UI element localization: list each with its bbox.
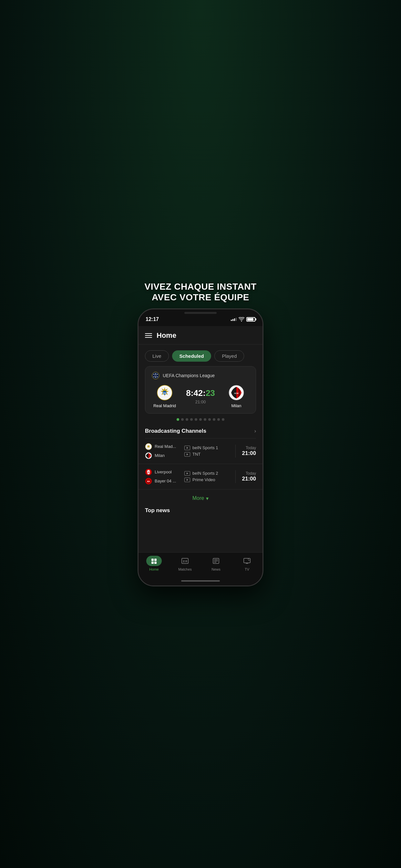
league-logo (152, 372, 159, 379)
play-icon-1 (184, 445, 190, 450)
nav-matches-label: Matches (178, 567, 192, 571)
dot-2 (181, 418, 184, 421)
signal-icon (231, 318, 237, 321)
svg-rect-31 (244, 558, 250, 563)
play-icon-4 (184, 477, 190, 482)
tv-nav-icon (243, 558, 251, 564)
menu-icon[interactable] (145, 333, 152, 338)
dot-11 (222, 418, 224, 421)
tab-scheduled[interactable]: Scheduled (172, 350, 212, 362)
chevron-down-icon: ▾ (206, 495, 209, 501)
svg-point-7 (154, 374, 157, 377)
mini-logo-bayer: B04 (145, 477, 152, 485)
nav-home[interactable]: Home (138, 556, 169, 571)
time-label-2: Today (242, 471, 256, 476)
time-value-2: 21:00 (242, 476, 256, 482)
broadcast-channels-1: beIN Sports 1 TNT (184, 445, 229, 457)
match-teams: RM Real Madrid 8:42:23 21:00 (152, 384, 249, 408)
channel-name-3: beIN Sports 2 (192, 471, 218, 476)
home-team-name: Real Madrid (153, 403, 176, 408)
broadcast-away-2: B04 Bayer 04 ... (145, 477, 181, 485)
match-card[interactable]: UEFA Champions League RM (145, 366, 256, 414)
channel-name-4: Prime Video (192, 477, 215, 482)
app-content: Home Live Scheduled Played (138, 326, 263, 552)
broadcast-time-2: Today 21:00 (242, 471, 256, 482)
broadcast-teams-2: LFC Liverpool B04 Ba (145, 469, 181, 485)
channel-prime: Prime Video (184, 477, 229, 482)
home-bar (181, 580, 220, 582)
svg-rect-21 (151, 559, 154, 561)
away-team-logo: ACM (228, 384, 244, 401)
vertical-divider-1 (235, 445, 236, 458)
home-nav-icon (151, 558, 157, 564)
top-news-section: Top news (138, 507, 263, 521)
bottom-nav: Home 2:0 Matches (138, 552, 263, 578)
time-label-1: Today (242, 445, 256, 450)
broadcast-row-2[interactable]: LFC Liverpool B04 Ba (138, 464, 263, 490)
broadcast-home-name-1: Real Mad... (155, 444, 176, 449)
page-title: Home (157, 331, 176, 340)
nav-matches[interactable]: 2:0 Matches (169, 556, 201, 571)
dot-8 (208, 418, 211, 421)
broadcast-home-1: Real Mad... (145, 443, 181, 450)
dot-9 (213, 418, 215, 421)
svg-text:2:0: 2:0 (183, 560, 187, 563)
broadcasting-title: Broadcasting Channels (145, 428, 206, 434)
chevron-right-icon[interactable]: › (254, 428, 256, 434)
vertical-divider-2 (235, 470, 236, 483)
carousel-dots (138, 414, 263, 427)
phone-frame: 12:17 (137, 308, 264, 586)
tab-played[interactable]: Played (214, 350, 244, 362)
nav-home-label: Home (149, 567, 158, 571)
status-time: 12:17 (146, 316, 159, 322)
dot-1 (177, 418, 179, 421)
mini-logo-milan (145, 452, 152, 459)
nav-news[interactable]: News (201, 556, 232, 571)
broadcast-row-1[interactable]: Real Mad... Milan (138, 438, 263, 464)
dot-5 (195, 418, 197, 421)
dot-6 (199, 418, 202, 421)
match-timer: 8:42:23 21:00 (186, 388, 215, 404)
svg-text:B04: B04 (147, 480, 150, 483)
channel-bein1: beIN Sports 1 (184, 445, 229, 450)
away-team: ACM Milan (223, 384, 249, 408)
league-info: UEFA Champions League (152, 372, 249, 379)
broadcast-home-name-2: Liverpool (155, 469, 172, 474)
svg-text:RM: RM (163, 392, 166, 394)
broadcast-away-name-2: Bayer 04 ... (155, 478, 176, 484)
svg-text:ACM: ACM (234, 392, 239, 394)
svg-text:LFC: LFC (147, 471, 150, 473)
channel-bein2: beIN Sports 2 (184, 471, 229, 476)
broadcast-home-2: LFC Liverpool (145, 469, 181, 476)
more-button[interactable]: More ▾ (192, 495, 209, 501)
news-nav-icon (213, 558, 219, 564)
hero-title: VIVEZ CHAQUE INSTANT AVEC VOTRE ÉQUIPE (133, 282, 268, 302)
battery-icon (246, 317, 255, 321)
nav-tv-label: TV (245, 567, 249, 571)
broadcast-time-1: Today 21:00 (242, 445, 256, 457)
channel-name-2: TNT (192, 452, 201, 457)
svg-rect-22 (154, 559, 157, 561)
dot-3 (186, 418, 188, 421)
wifi-icon (239, 317, 244, 321)
nav-tv[interactable]: TV (232, 556, 263, 571)
dot-10 (217, 418, 220, 421)
broadcast-channels-2: beIN Sports 2 Prime Video (184, 471, 229, 482)
matches-nav-icon: 2:0 (181, 558, 189, 564)
tab-filter: Live Scheduled Played (138, 345, 263, 366)
svg-rect-23 (151, 562, 154, 564)
match-card-container: UEFA Champions League RM (138, 366, 263, 414)
dot-7 (204, 418, 206, 421)
more-btn-container: More ▾ (138, 490, 263, 507)
nav-home-icon-container (146, 556, 162, 566)
tab-live[interactable]: Live (145, 350, 169, 362)
match-kickoff: 21:00 (195, 399, 206, 404)
dot-4 (190, 418, 193, 421)
app-header: Home (138, 326, 263, 345)
broadcasting-section: Broadcasting Channels › (138, 427, 263, 438)
home-team: RM Real Madrid (152, 384, 178, 408)
status-bar: 12:17 (138, 309, 263, 326)
mini-logo-liverpool: LFC (145, 469, 152, 476)
broadcast-teams-1: Real Mad... Milan (145, 443, 181, 459)
away-team-name: Milan (231, 403, 241, 408)
